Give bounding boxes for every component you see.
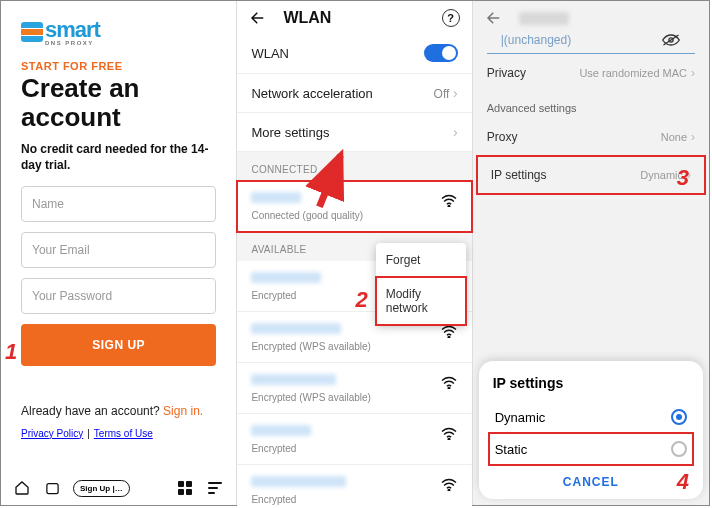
- net-status: Encrypted (WPS available): [251, 341, 457, 352]
- name-input[interactable]: [21, 186, 216, 222]
- radio-empty-icon[interactable]: [671, 441, 687, 457]
- step-2-marker: 2: [355, 287, 367, 313]
- privacy-link[interactable]: Privacy Policy: [21, 428, 83, 439]
- chevron-right-icon: ›: [691, 66, 695, 80]
- wifi-icon: [440, 193, 458, 207]
- logo-subtext: DNS PROXY: [45, 40, 100, 46]
- wlan-label: WLAN: [251, 46, 289, 61]
- ssid-blur: [251, 323, 341, 334]
- ip-settings-sheet: IP settings Dynamic Static CANCEL 4: [479, 361, 703, 499]
- chevron-right-icon: ›: [453, 85, 458, 101]
- signin-link[interactable]: Sign in.: [163, 404, 203, 418]
- accel-value: Off: [434, 87, 450, 101]
- accel-label: Network acceleration: [251, 86, 372, 101]
- legal-links: Privacy Policy | Terms of Use: [21, 428, 216, 439]
- wlan-panel: WLAN ? WLAN Network acceleration Off › M…: [236, 1, 472, 505]
- privacy-label: Privacy: [487, 66, 526, 80]
- static-option[interactable]: Static: [489, 433, 693, 465]
- connected-network-row[interactable]: Connected (good quality): [237, 181, 471, 232]
- back-icon[interactable]: [249, 9, 267, 27]
- wifi-lock-icon: [440, 426, 458, 440]
- ip-settings-row[interactable]: IP settings Dynamic›: [477, 156, 705, 194]
- privacy-row[interactable]: Privacy Use randomized MAC›: [473, 54, 709, 92]
- step-4-marker: 4: [677, 469, 689, 495]
- legal-sep: |: [87, 428, 90, 439]
- step-3-marker: 3: [677, 165, 689, 191]
- wifi-lock-icon: [440, 477, 458, 491]
- static-label: Static: [495, 442, 528, 457]
- radio-checked-icon[interactable]: [671, 409, 687, 425]
- bottom-nav: Sign Up |…: [13, 479, 224, 497]
- page-title: Create an account: [21, 74, 216, 131]
- back-icon[interactable]: [485, 9, 503, 27]
- sort-icon[interactable]: [206, 479, 224, 497]
- svg-point-4: [448, 387, 450, 389]
- network-detail-panel: |(unchanged) Privacy Use randomized MAC›…: [473, 1, 709, 505]
- ssid-blur: [251, 272, 321, 283]
- already-text: Already have an account? Sign in.: [21, 404, 216, 418]
- signup-button[interactable]: SIGN UP: [21, 324, 216, 366]
- home-icon[interactable]: [13, 479, 31, 497]
- ssid-blur: [251, 425, 311, 436]
- modify-network-option[interactable]: Modify network: [376, 277, 466, 325]
- ip-label: IP settings: [491, 168, 547, 182]
- more-label: More settings: [251, 125, 329, 140]
- sheet-title: IP settings: [493, 375, 689, 391]
- eye-off-icon[interactable]: [661, 33, 681, 47]
- ssid-blur: [251, 374, 336, 385]
- logo-text: smart: [45, 17, 100, 42]
- svg-rect-0: [46, 483, 57, 493]
- forget-option[interactable]: Forget: [376, 243, 466, 277]
- wlan-header: WLAN ?: [237, 1, 471, 33]
- more-settings-row[interactable]: More settings ›: [237, 113, 471, 152]
- connected-section-label: CONNECTED: [237, 152, 471, 181]
- svg-point-1: [448, 205, 450, 207]
- proxy-row[interactable]: Proxy None›: [473, 118, 709, 156]
- net-status: Encrypted: [251, 494, 457, 505]
- advanced-label: Advanced settings: [473, 92, 709, 118]
- wlan-title: WLAN: [283, 9, 331, 27]
- privacy-value: Use randomized MAC: [579, 67, 687, 79]
- signup-panel: smart DNS PROXY START FOR FREE Create an…: [1, 1, 236, 505]
- wifi-lock-icon: [440, 324, 458, 338]
- available-network-row[interactable]: Encrypted: [237, 465, 471, 508]
- available-network-row[interactable]: Encrypted: [237, 414, 471, 465]
- connected-status: Connected (good quality): [251, 210, 457, 221]
- wifi-lock-icon: [440, 375, 458, 389]
- signup-pill[interactable]: Sign Up |…: [73, 480, 130, 497]
- detail-header: [473, 1, 709, 33]
- net-status: Encrypted (WPS available): [251, 392, 457, 403]
- network-context-menu: Forget Modify network: [376, 243, 466, 325]
- wlan-toggle-row[interactable]: WLAN: [237, 33, 471, 74]
- dynamic-option[interactable]: Dynamic: [493, 401, 689, 433]
- subheading: No credit card needed for the 14-day tri…: [21, 141, 216, 173]
- proxy-value: None: [661, 131, 687, 143]
- already-prefix: Already have an account?: [21, 404, 163, 418]
- network-accel-row[interactable]: Network acceleration Off ›: [237, 74, 471, 113]
- tab-icon[interactable]: [43, 479, 61, 497]
- chevron-right-icon: ›: [453, 124, 458, 140]
- email-input[interactable]: [21, 232, 216, 268]
- available-network-row[interactable]: Encrypted (WPS available): [237, 363, 471, 414]
- password-field[interactable]: |(unchanged): [487, 33, 695, 54]
- ssid-blur: [251, 192, 301, 203]
- password-value: (unchanged): [504, 33, 571, 47]
- proxy-label: Proxy: [487, 130, 518, 144]
- cancel-button[interactable]: CANCEL: [493, 465, 689, 489]
- ssid-blur: [519, 12, 569, 25]
- chevron-right-icon: ›: [691, 130, 695, 144]
- start-for-free-label: START FOR FREE: [21, 60, 216, 72]
- svg-point-6: [448, 489, 450, 491]
- logo: smart DNS PROXY: [21, 17, 216, 46]
- svg-point-5: [448, 438, 450, 440]
- step-1-marker: 1: [5, 339, 17, 365]
- logo-mark-icon: [21, 22, 43, 42]
- apps-icon[interactable]: [176, 479, 194, 497]
- net-status: Encrypted: [251, 443, 457, 454]
- dynamic-label: Dynamic: [495, 410, 546, 425]
- terms-link[interactable]: Terms of Use: [94, 428, 153, 439]
- password-input[interactable]: [21, 278, 216, 314]
- wlan-toggle[interactable]: [424, 44, 458, 62]
- ssid-blur: [251, 476, 346, 487]
- help-icon[interactable]: ?: [442, 9, 460, 27]
